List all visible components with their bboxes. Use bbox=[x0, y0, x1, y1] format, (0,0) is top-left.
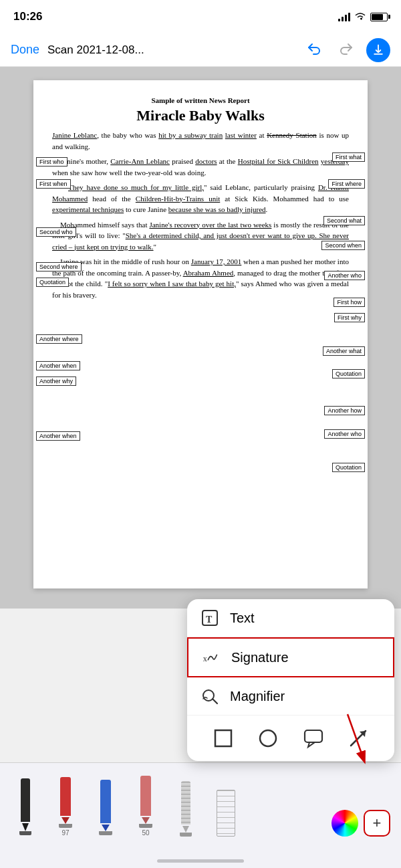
svg-rect-5 bbox=[215, 730, 231, 746]
ann-first-how: First how bbox=[333, 298, 365, 307]
ann-second-where: Second where bbox=[36, 262, 82, 272]
tool-pen[interactable] bbox=[5, 778, 45, 837]
popup-magnifier-label: Magnifier bbox=[230, 689, 285, 704]
add-tool-button[interactable]: + bbox=[364, 810, 390, 837]
status-time: 10:26 bbox=[13, 10, 42, 23]
shape-circle-button[interactable] bbox=[255, 725, 281, 752]
doc-subheading: Sample of written News Report bbox=[52, 96, 349, 104]
wifi-icon bbox=[354, 11, 366, 23]
document-title: Scan 2021-12-08... bbox=[47, 43, 302, 57]
popup-text-label: Text bbox=[230, 611, 255, 626]
popup-magnifier-item[interactable]: Magnifier bbox=[187, 677, 394, 716]
ann-another-why: Another why bbox=[36, 376, 76, 386]
ann-first-what: First what bbox=[332, 152, 365, 162]
ann-second-who: Second who bbox=[36, 227, 76, 237]
home-indicator bbox=[157, 859, 244, 863]
svg-rect-7 bbox=[305, 730, 322, 742]
svg-line-4 bbox=[213, 699, 217, 703]
status-icons bbox=[338, 11, 388, 23]
tool-ruler[interactable] bbox=[206, 790, 246, 837]
ann-first-why: First why bbox=[334, 313, 365, 322]
ann-another-who2: Another who bbox=[324, 429, 365, 439]
done-button[interactable]: Done bbox=[11, 43, 39, 57]
tool-pink-number: 50 bbox=[142, 829, 149, 837]
ann-second-when: Second when bbox=[321, 241, 365, 250]
tool-red-number: 97 bbox=[61, 829, 69, 837]
tool-marker-blue[interactable] bbox=[86, 780, 126, 837]
ann-first-who: First who bbox=[36, 157, 68, 167]
action-button[interactable] bbox=[366, 38, 390, 62]
ann-another-where: Another where bbox=[36, 334, 82, 344]
ann-first-when: First when bbox=[36, 179, 71, 189]
ann-another-what: Another what bbox=[323, 346, 365, 356]
ann-another-how: Another how bbox=[324, 406, 365, 415]
text-icon: T bbox=[200, 609, 219, 627]
popup-signature-item[interactable]: x Signature bbox=[187, 637, 394, 677]
ann-second-what: Second what bbox=[323, 216, 365, 225]
ann-another-when: Another when bbox=[36, 361, 80, 370]
bottom-toolbar: 97 50 + bbox=[0, 762, 401, 868]
redo-button[interactable] bbox=[334, 38, 358, 62]
popup-menu: T Text x Signature Magnifier bbox=[187, 599, 394, 761]
signature-icon: x bbox=[202, 648, 221, 667]
toolbar-icons bbox=[302, 38, 390, 62]
tool-marker-pink[interactable]: 50 bbox=[126, 776, 166, 837]
undo-button[interactable] bbox=[302, 38, 326, 62]
ann-quotation-right2: Quotation bbox=[332, 463, 365, 472]
shape-arrow-button[interactable] bbox=[345, 725, 372, 752]
ann-quotation-left: Quotation bbox=[36, 278, 69, 287]
ann-quotation-right: Quotation bbox=[332, 369, 365, 378]
ann-another-when2: Another when bbox=[36, 431, 80, 441]
drawing-tools: 97 50 + bbox=[0, 763, 401, 837]
popup-text-item[interactable]: T Text bbox=[187, 599, 394, 637]
status-bar: 10:26 bbox=[0, 0, 401, 33]
svg-text:x: x bbox=[203, 654, 207, 663]
tool-marker-red[interactable]: 97 bbox=[45, 777, 86, 837]
doc-body: Janine Leblanc, the baby who was hit by … bbox=[52, 130, 349, 300]
document-area: First who First when Second who Second w… bbox=[0, 67, 401, 609]
ann-first-where: First where bbox=[328, 179, 365, 189]
magnifier-icon bbox=[200, 687, 219, 706]
svg-text:T: T bbox=[206, 615, 213, 625]
shape-speech-button[interactable] bbox=[300, 725, 327, 752]
shape-square-button[interactable] bbox=[210, 725, 237, 752]
svg-point-6 bbox=[260, 730, 276, 746]
popup-signature-label: Signature bbox=[231, 650, 289, 665]
color-wheel-button[interactable] bbox=[331, 810, 358, 837]
doc-title: Miracle Baby Walks bbox=[52, 107, 349, 124]
signal-icon bbox=[338, 12, 350, 21]
ann-another-who: Another who bbox=[324, 271, 365, 280]
popup-shapes-row bbox=[187, 716, 394, 761]
toolbar: Done Scan 2021-12-08... bbox=[0, 33, 401, 67]
battery-icon bbox=[370, 13, 388, 21]
tool-pencil[interactable] bbox=[166, 781, 206, 837]
document-page: First who First when Second who Second w… bbox=[33, 80, 368, 588]
